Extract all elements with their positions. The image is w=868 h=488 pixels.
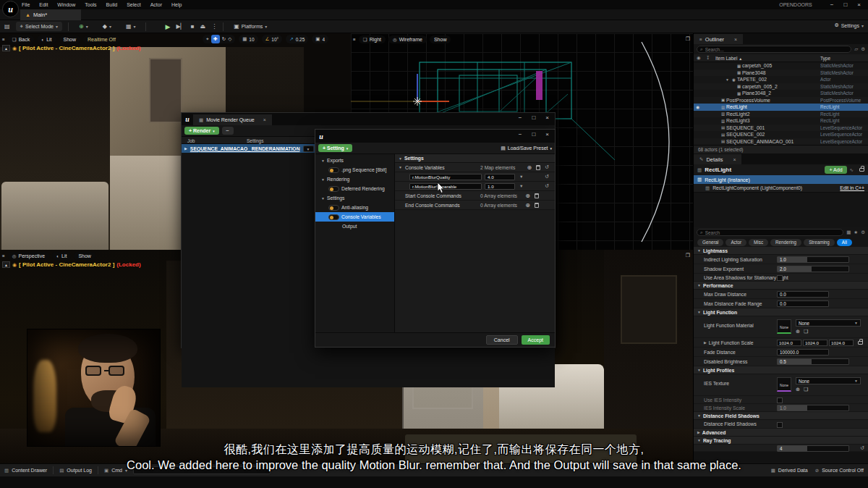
ies-dropdown[interactable]: None▼ bbox=[796, 377, 861, 384]
use-selected-icon[interactable]: ⊕ bbox=[796, 329, 800, 335]
outliner-search-input[interactable] bbox=[705, 47, 848, 52]
tree-item-anti-aliasing[interactable]: Anti-aliasing bbox=[315, 203, 394, 212]
ies-intensity-scale-input[interactable]: 1.0 bbox=[777, 405, 849, 411]
reset-icon[interactable]: ↺ bbox=[860, 445, 864, 451]
section-advanced[interactable]: ▶Advanced bbox=[694, 429, 868, 437]
cvar-key-input[interactable]: r.MotionBlurQuality bbox=[409, 174, 482, 180]
section-light-profiles[interactable]: ▼Light Profiles bbox=[694, 366, 868, 374]
job-name-link[interactable]: SEQUENCE_ANIMACAO_ RENDERANIMATION bbox=[190, 146, 300, 151]
outliner-row-selected[interactable]: ◉▥RectLightRectLight bbox=[694, 104, 868, 111]
select-tool-icon[interactable]: ⌖ bbox=[206, 36, 209, 42]
rotation-snap-control[interactable]: ∠10° bbox=[262, 35, 283, 43]
folder-icon[interactable]: ▱ bbox=[854, 46, 858, 52]
eye-icon[interactable]: ◉ bbox=[696, 104, 699, 109]
filter-streaming[interactable]: Streaming bbox=[804, 239, 835, 246]
component-row-lightcomponent[interactable]: ▥ RectLightComponent (LightComponent0) E… bbox=[694, 184, 868, 193]
outliner-row[interactable]: ▦Plane3048StaticMeshActor bbox=[694, 70, 868, 77]
settings-dropdown[interactable]: ⚙ Settings ▾ bbox=[834, 22, 864, 28]
maximize-viewport-icon[interactable]: ❐ bbox=[686, 36, 690, 42]
details-search-input[interactable] bbox=[705, 230, 841, 235]
maximize-viewport-icon[interactable]: ❐ bbox=[686, 253, 690, 258]
browse-icon[interactable]: ∿ bbox=[850, 167, 854, 173]
eject-button[interactable]: ⏏ bbox=[200, 23, 206, 30]
expand-arrow-icon[interactable]: ▼ bbox=[399, 165, 402, 169]
add-component-button[interactable]: + Add bbox=[825, 166, 846, 174]
play-options-kebab-icon[interactable]: ⋮ bbox=[211, 23, 217, 30]
outliner-row[interactable]: ▣PostProcessVolumePostProcessVolume bbox=[694, 97, 868, 104]
filter-general[interactable]: General bbox=[697, 239, 723, 246]
material-thumbnail[interactable]: None bbox=[777, 319, 791, 334]
stop-piloting-button[interactable]: ▲ bbox=[2, 45, 10, 51]
gear-icon[interactable]: ⚙ bbox=[861, 230, 865, 235]
add-actor-dropdown[interactable]: ⊕ ▾ bbox=[75, 22, 93, 31]
show-menu-button[interactable]: Show bbox=[430, 35, 451, 43]
console-command-input[interactable] bbox=[133, 466, 271, 474]
filter-actor[interactable]: Actor bbox=[726, 239, 746, 246]
select-mode-dropdown[interactable]: ⌖ Select Mode ▾ bbox=[16, 22, 62, 31]
menu-select[interactable]: Select bbox=[127, 2, 140, 7]
material-dropdown[interactable]: None▼ bbox=[796, 319, 861, 327]
toggle-switch[interactable] bbox=[328, 205, 339, 211]
realtime-off-badge[interactable]: Realtime Off bbox=[83, 35, 120, 43]
ray-tracing-samples-input[interactable]: 4 bbox=[777, 445, 849, 452]
toggle-switch[interactable] bbox=[328, 186, 339, 192]
close-icon[interactable]: × bbox=[733, 157, 736, 162]
section-light-function[interactable]: ▼Light Function bbox=[694, 308, 868, 316]
outliner-row[interactable]: ▥RectLight2RectLight bbox=[694, 111, 868, 118]
delete-icon[interactable] bbox=[535, 193, 539, 198]
platforms-dropdown[interactable]: ▣ Platforms ▾ bbox=[229, 22, 271, 31]
tab-outliner[interactable]: ≡ Outliner × bbox=[694, 34, 743, 44]
tab-details[interactable]: ✎ Details × bbox=[694, 154, 741, 164]
window-close-button[interactable]: × bbox=[545, 131, 549, 138]
view-mode-right[interactable]: ❏Right bbox=[359, 35, 386, 43]
load-save-preset-button[interactable]: ▤ Load/Save Preset ▾ bbox=[501, 146, 552, 151]
camera-speed-control[interactable]: ▣4 bbox=[312, 35, 328, 43]
menu-build[interactable]: Build bbox=[106, 2, 118, 7]
window-close-button[interactable]: × bbox=[857, 1, 861, 8]
view-mode-back[interactable]: ❏Back bbox=[8, 35, 34, 43]
tree-group-settings[interactable]: ▼Settings bbox=[315, 193, 394, 203]
filter-all[interactable]: All bbox=[837, 239, 852, 246]
favorites-icon[interactable]: ★ bbox=[854, 230, 858, 235]
window-minimize-button[interactable]: − bbox=[519, 131, 522, 138]
use-area-shadows-checkbox[interactable] bbox=[777, 275, 783, 281]
delete-icon[interactable] bbox=[535, 203, 539, 208]
menu-help[interactable]: Help bbox=[171, 2, 182, 7]
scale-snap-control[interactable]: ↗0.25 bbox=[286, 35, 308, 43]
window-minimize-button[interactable]: − bbox=[830, 1, 834, 8]
outliner-row[interactable]: ▤SEQUENCE_001LevelSequenceActor bbox=[694, 125, 868, 132]
copy-icon[interactable]: ❏ bbox=[804, 329, 808, 335]
tree-group-exports[interactable]: ▼Exports bbox=[315, 156, 394, 165]
edit-in-cpp-link[interactable]: Edit in C++ bbox=[840, 185, 864, 190]
delete-icon[interactable] bbox=[536, 165, 540, 170]
use-ies-intensity-checkbox[interactable] bbox=[777, 397, 783, 403]
mrq-tab[interactable]: ▦ Movie Render Queue × bbox=[193, 114, 272, 125]
outliner-row[interactable]: ▦carpetzh_005StaticMeshActor bbox=[694, 62, 868, 70]
filter-misc[interactable]: Misc bbox=[749, 239, 768, 246]
fade-distance-input[interactable]: 100000.0 bbox=[777, 349, 829, 356]
lock-icon[interactable] bbox=[859, 168, 864, 172]
window-maximize-button[interactable]: □ bbox=[532, 131, 535, 138]
expand-arrow-icon[interactable]: ▶ bbox=[704, 340, 707, 345]
outliner-row[interactable]: ▼◉TAPETE_002Actor bbox=[694, 76, 868, 83]
frame-skip-button[interactable]: ▶▏ bbox=[176, 23, 184, 30]
chevron-down-icon[interactable]: ▼ bbox=[519, 174, 523, 179]
disabled-brightness-input[interactable]: 0.5 bbox=[777, 358, 849, 365]
close-icon[interactable]: × bbox=[263, 117, 266, 122]
dialog-titlebar[interactable]: u − □ × bbox=[315, 130, 555, 143]
outliner-row[interactable]: ▤SEQUENCE_002LevelSequenceActor bbox=[694, 131, 868, 138]
stop-piloting-button[interactable]: ▲ bbox=[2, 261, 10, 268]
tree-group-rendering[interactable]: ▼Rendering bbox=[315, 174, 394, 184]
section-performance[interactable]: ▼Performance bbox=[694, 282, 868, 290]
scale-y-input[interactable]: 1024.0 bbox=[803, 340, 827, 346]
close-icon[interactable]: × bbox=[734, 37, 737, 42]
reset-icon[interactable]: ↺ bbox=[545, 164, 549, 170]
window-minimize-button[interactable]: − bbox=[519, 114, 522, 121]
show-menu-button[interactable]: Show bbox=[59, 35, 81, 43]
pane-settings-header[interactable]: ▼Settings bbox=[395, 154, 555, 163]
window-maximize-button[interactable]: □ bbox=[532, 114, 535, 121]
move-tool-icon[interactable]: ✚ bbox=[211, 35, 220, 43]
outliner-row[interactable]: ▥RectLight3RectLight bbox=[694, 117, 868, 125]
cvar-value-input[interactable]: 1.0 bbox=[485, 183, 515, 190]
max-distance-fade-range-input[interactable]: 0.0 bbox=[777, 300, 829, 307]
